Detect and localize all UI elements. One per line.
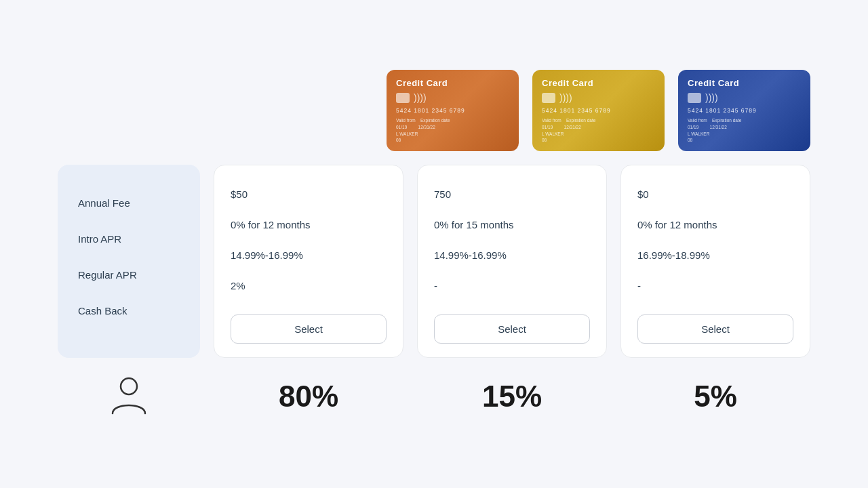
product-1-annual-fee: $50 (231, 179, 387, 209)
card-blue-dates: 01/19 12/31/22 (688, 125, 727, 129)
card-orange: Credit Card )))) 5424 1801 2345 6789 Val… (387, 70, 519, 151)
card-blue-wave: )))) (705, 92, 718, 103)
labels-column: Annual Fee Intro APR Regular APR Cash Ba… (58, 165, 200, 358)
card-orange-title: Credit Card (396, 78, 509, 88)
product-1-cash-back: 2% (231, 270, 387, 301)
select-button-1[interactable]: Select (231, 314, 387, 344)
card-gold-holder: L WALKER (542, 131, 564, 136)
product-3-intro-apr: 0% for 12 months (637, 209, 793, 240)
card-gold-cv: 08 (542, 138, 547, 142)
main-container: Credit Card )))) 5424 1801 2345 6789 Val… (44, 56, 824, 432)
card-gold-details: Valid from Expiration date 01/19 12/31/2… (542, 117, 655, 144)
card-blue: Credit Card )))) 5424 1801 2345 6789 Val… (678, 70, 810, 151)
card-gold-dates: 01/19 12/31/22 (542, 125, 581, 129)
product-3-cash-back: - (637, 270, 793, 301)
card-gold-valid-label: Valid from Expiration date (542, 118, 595, 123)
card-orange-dates: 01/19 12/31/22 (396, 125, 435, 129)
card-orange-holder: L WALKER (396, 131, 418, 136)
bottom-row: 80% 15% 5% (58, 374, 810, 418)
percentage-2: 15% (482, 380, 542, 413)
product-3-annual-fee: $0 (637, 179, 793, 209)
card-blue-cv: 08 (688, 138, 692, 142)
cards-row: Credit Card )))) 5424 1801 2345 6789 Val… (58, 70, 810, 151)
label-cash-back: Cash Back (71, 293, 186, 329)
percent-col-3: 5% (620, 380, 810, 413)
card-orange-details: Valid from Expiration date 01/19 12/31/2… (396, 117, 509, 144)
product-1-regular-apr: 14.99%-16.99% (231, 240, 387, 270)
card-blue-chip (688, 93, 701, 103)
product-2-intro-apr: 0% for 15 months (434, 209, 590, 240)
percent-col-2: 15% (417, 380, 607, 413)
svg-point-0 (121, 378, 137, 394)
product-1-intro-apr: 0% for 12 months (231, 209, 387, 240)
user-avatar-icon (108, 374, 149, 418)
card-orange-chip-row: )))) (396, 92, 509, 103)
card-gold-number: 5424 1801 2345 6789 (542, 107, 655, 114)
percentage-1: 80% (279, 380, 338, 413)
card-gold: Credit Card )))) 5424 1801 2345 6789 Val… (532, 70, 665, 151)
card-blue-chip-row: )))) (688, 92, 801, 103)
card-orange-cv: 08 (396, 138, 401, 142)
card-blue-holder: L WALKER (688, 131, 709, 136)
card-blue-details: Valid from Expiration date 01/19 12/31/2… (688, 117, 801, 144)
label-intro-apr: Intro APR (71, 221, 186, 257)
product-col-3: $0 0% for 12 months 16.99%-18.99% - Sele… (620, 165, 810, 358)
product-3-regular-apr: 16.99%-18.99% (637, 240, 793, 270)
product-col-2: 750 0% for 15 months 14.99%-16.99% - Sel… (417, 165, 607, 358)
label-regular-apr: Regular APR (71, 257, 186, 293)
card-gold-wave: )))) (559, 92, 572, 103)
card-orange-number: 5424 1801 2345 6789 (396, 107, 509, 114)
percentage-3: 5% (694, 380, 737, 413)
card-gold-chip (542, 93, 555, 103)
product-2-cash-back: - (434, 270, 590, 301)
avatar-column (58, 374, 200, 418)
percent-col-1: 80% (214, 380, 403, 413)
card-blue-number: 5424 1801 2345 6789 (688, 107, 801, 114)
card-gold-chip-row: )))) (542, 92, 655, 103)
select-button-3[interactable]: Select (637, 314, 793, 344)
comparison-grid: Annual Fee Intro APR Regular APR Cash Ba… (58, 165, 810, 358)
product-2-annual-fee: 750 (434, 179, 590, 209)
product-col-1: $50 0% for 12 months 14.99%-16.99% 2% Se… (214, 165, 403, 358)
card-orange-wave: )))) (414, 92, 427, 103)
select-button-2[interactable]: Select (434, 314, 590, 344)
card-blue-valid-label: Valid from Expiration date (688, 118, 741, 123)
card-gold-title: Credit Card (542, 78, 655, 88)
product-2-regular-apr: 14.99%-16.99% (434, 240, 590, 270)
card-blue-title: Credit Card (688, 78, 801, 88)
label-annual-fee: Annual Fee (71, 185, 186, 221)
card-orange-valid-label: Valid from Expiration date (396, 118, 450, 123)
card-orange-chip (396, 93, 410, 103)
